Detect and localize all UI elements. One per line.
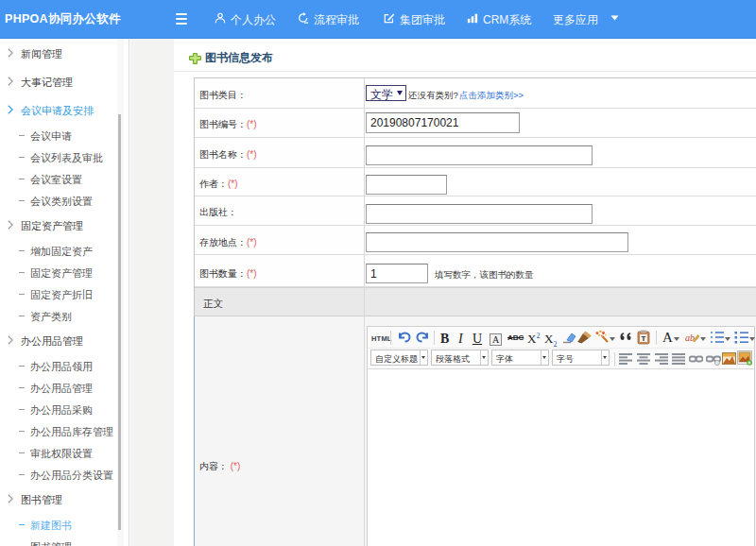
svg-text:T: T [642,334,646,343]
